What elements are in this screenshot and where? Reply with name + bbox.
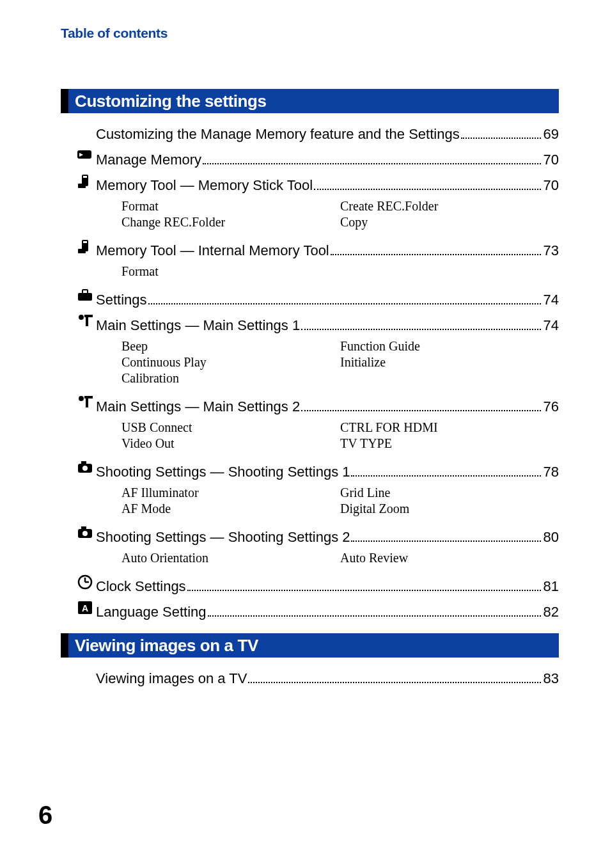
toc-subitems: FormatChange REC.FolderCreate REC.Folder… <box>121 198 559 231</box>
toc-subitems-right <box>340 263 559 280</box>
toc-leader <box>301 316 540 330</box>
toc-leader <box>248 669 540 683</box>
entries: Viewing images on a TV 83 <box>61 669 559 687</box>
toc-leader <box>187 577 541 591</box>
toc-subitem[interactable]: AF Illuminator <box>121 485 340 500</box>
toc-entry-title: Language Setting <box>96 604 207 620</box>
section-title: Viewing images on a TV <box>61 633 559 658</box>
toc-leader <box>314 176 540 190</box>
toc-subitem[interactable]: Continuous Play <box>121 355 340 370</box>
toc-entry-title: Customizing the Manage Memory feature an… <box>96 126 460 143</box>
section-accent <box>61 89 68 113</box>
toc-entry-page: 74 <box>544 292 559 308</box>
toc-leader <box>461 125 541 139</box>
toc-subitem[interactable]: Format <box>121 264 340 279</box>
toc-row[interactable]: Settings 74 <box>96 287 559 308</box>
camera-icon <box>74 459 96 477</box>
toc-entry-title: Main Settings — Main Settings 1 <box>96 317 300 334</box>
toc-entry-page: 69 <box>544 126 559 143</box>
toc-subitems-left: Auto Orientation <box>121 549 340 567</box>
toc-subitem[interactable]: Grid Line <box>340 485 559 500</box>
section-bar: Customizing the settings <box>68 89 559 113</box>
toc-row[interactable]: Manage Memory 70 <box>96 146 559 168</box>
toc-subitem[interactable]: TV TYPE <box>340 436 559 451</box>
toc-subitem[interactable]: Change REC.Folder <box>121 215 340 230</box>
toc-subitems-left: Format <box>121 263 340 280</box>
section-block: Customizing the settingsCustomizing the … <box>61 89 559 620</box>
toc-subitem[interactable]: Format <box>121 199 340 214</box>
toc-row[interactable]: Memory Tool — Internal Memory Tool 73 <box>96 237 559 259</box>
toc-entry-page: 73 <box>544 242 559 259</box>
toc-subitem[interactable]: Create REC.Folder <box>340 199 559 214</box>
toc-subitems-left: AF IlluminatorAF Mode <box>121 484 340 517</box>
toc-subitems-right: Auto Review <box>340 549 559 567</box>
toc-subitems-right: Function GuideInitialize <box>340 338 559 387</box>
language-icon <box>74 599 96 617</box>
toc-leader <box>203 150 540 164</box>
toc-entry-title: Manage Memory <box>96 152 201 168</box>
toc-subitem[interactable]: Copy <box>340 215 559 230</box>
toc-leader <box>331 241 541 255</box>
toc-subitems: AF IlluminatorAF ModeGrid LineDigital Zo… <box>121 484 559 517</box>
toc-entry-title: Memory Tool — Internal Memory Tool <box>96 242 329 259</box>
toc-entry-title: Shooting Settings — Shooting Settings 1 <box>96 464 350 480</box>
toc-entry-page: 80 <box>544 529 559 546</box>
toc-row[interactable]: Shooting Settings — Shooting Settings 2 … <box>96 524 559 546</box>
toc-subitem[interactable]: Digital Zoom <box>340 501 559 516</box>
toc-row[interactable]: Customizing the Manage Memory feature an… <box>96 125 559 143</box>
memory-tool-icon <box>74 237 96 255</box>
toc-entry-title: Main Settings — Main Settings 2 <box>96 398 300 415</box>
toc-leader <box>351 528 540 542</box>
toc-subitem[interactable]: Calibration <box>121 371 340 386</box>
toc-subitem[interactable]: AF Mode <box>121 501 340 516</box>
toc-subitem[interactable]: USB Connect <box>121 420 340 435</box>
settings-icon <box>74 287 96 304</box>
toc-leader <box>301 397 540 411</box>
toc-leader <box>208 603 541 617</box>
page-number: 6 <box>38 801 52 830</box>
toc-leader <box>351 462 540 477</box>
toc-entry-title: Clock Settings <box>96 578 186 595</box>
toc-subitem[interactable]: Beep <box>121 339 340 354</box>
toc-entry-title: Settings <box>96 292 147 308</box>
toc-row[interactable]: Language Setting 82 <box>96 599 559 620</box>
toc-subitem[interactable]: Auto Review <box>340 551 559 565</box>
toc-entry-page: 78 <box>544 464 559 480</box>
toc-subitem[interactable]: Function Guide <box>340 339 559 354</box>
toc-subitems-left: FormatChange REC.Folder <box>121 198 340 231</box>
toc-subitems-right: Create REC.FolderCopy <box>340 198 559 231</box>
toc-subitem[interactable]: Initialize <box>340 355 559 370</box>
toc-subitems-left: BeepContinuous PlayCalibration <box>121 338 340 387</box>
manage-icon <box>74 146 96 164</box>
camera-icon <box>74 524 96 542</box>
toc-row[interactable]: Shooting Settings — Shooting Settings 1 … <box>96 459 559 480</box>
toc-subitems: Auto OrientationAuto Review <box>121 549 559 567</box>
section-accent <box>61 633 68 658</box>
toc-subitems-left: USB ConnectVideo Out <box>121 419 340 452</box>
toc-row[interactable]: Clock Settings 81 <box>96 573 559 595</box>
toc-entry-page: 83 <box>544 670 559 687</box>
toc-subitem[interactable]: Video Out <box>121 436 340 451</box>
toc-subitem[interactable]: Auto Orientation <box>121 551 340 565</box>
section-title: Customizing the settings <box>61 89 559 113</box>
toc-row[interactable]: Main Settings — Main Settings 1 74 <box>96 312 559 334</box>
toc-entry-page: 70 <box>544 177 559 194</box>
section-bar: Viewing images on a TV <box>68 633 559 658</box>
toc-entry-page: 81 <box>544 578 559 595</box>
toc-row[interactable]: Viewing images on a TV 83 <box>96 669 559 687</box>
toc-entry-page: 70 <box>544 152 559 168</box>
toc-row[interactable]: Memory Tool — Memory Stick Tool 70 <box>96 172 559 194</box>
toc-subitem[interactable]: CTRL FOR HDMI <box>340 420 559 435</box>
toc-leader <box>148 290 541 304</box>
toc-entry-page: 76 <box>544 398 559 415</box>
toc-entry-page: 74 <box>544 317 559 334</box>
toc-subitems: Format <box>121 263 559 280</box>
entries: Customizing the Manage Memory feature an… <box>61 125 559 620</box>
clock-icon <box>74 573 96 591</box>
section-block: Viewing images on a TVViewing images on … <box>61 633 559 687</box>
toc-entry-title: Memory Tool — Memory Stick Tool <box>96 177 313 194</box>
toc-subitems: USB ConnectVideo OutCTRL FOR HDMITV TYPE <box>121 419 559 452</box>
toc-subitems: BeepContinuous PlayCalibrationFunction G… <box>121 338 559 387</box>
toc-row[interactable]: Main Settings — Main Settings 2 76 <box>96 393 559 415</box>
main-settings-icon <box>74 312 96 330</box>
